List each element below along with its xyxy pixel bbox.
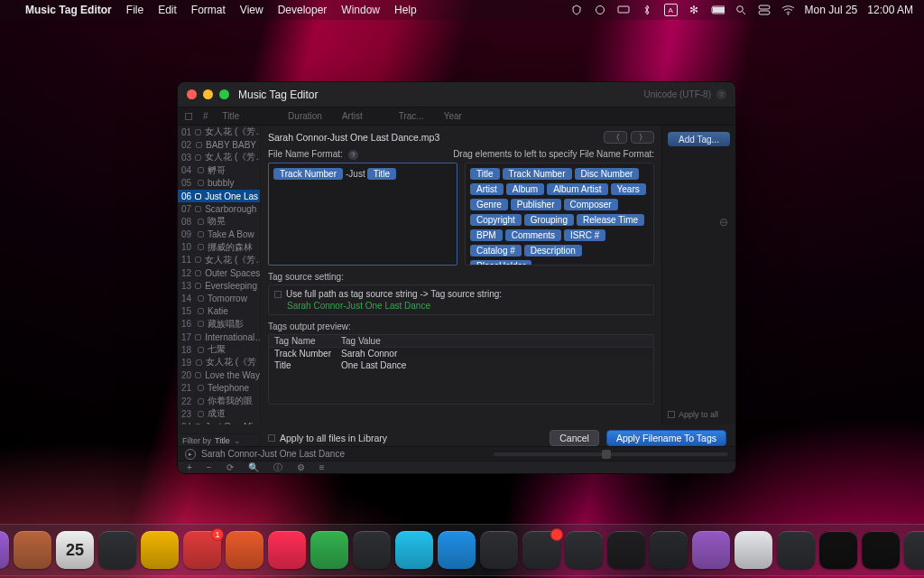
available-tag[interactable]: BPM bbox=[470, 229, 503, 241]
dock-app[interactable] bbox=[98, 531, 136, 569]
reload-icon[interactable]: ⟳ bbox=[226, 462, 234, 472]
use-full-path-checkbox[interactable] bbox=[274, 291, 282, 298]
minimize-window-button[interactable] bbox=[203, 89, 213, 99]
dock-app[interactable] bbox=[353, 531, 391, 569]
format-builder-box[interactable]: Track Number-JustTitle bbox=[268, 163, 457, 266]
playback-scrubber[interactable] bbox=[494, 452, 728, 456]
search-icon[interactable] bbox=[735, 4, 748, 16]
remove-icon[interactable]: − bbox=[207, 462, 212, 472]
visibility-toggle[interactable] bbox=[195, 193, 201, 200]
close-window-button[interactable] bbox=[187, 89, 197, 99]
col-trac[interactable]: Trac... bbox=[399, 111, 424, 121]
prev-file-button[interactable]: 〈 bbox=[604, 131, 627, 144]
fan-icon[interactable]: ✻ bbox=[688, 4, 701, 16]
apply-filename-button[interactable]: Apply Filename To Tags bbox=[606, 430, 726, 446]
dock-app[interactable] bbox=[565, 531, 603, 569]
filter-mode[interactable]: Title bbox=[215, 436, 230, 445]
visibility-toggle[interactable] bbox=[198, 231, 204, 238]
visibility-toggle[interactable] bbox=[195, 154, 201, 161]
available-tag[interactable]: Track Number bbox=[503, 168, 572, 180]
visibility-toggle[interactable] bbox=[198, 321, 204, 327]
visibility-toggle[interactable] bbox=[198, 411, 204, 417]
dock-app[interactable] bbox=[438, 531, 476, 569]
dock-app[interactable] bbox=[141, 531, 179, 569]
available-tag[interactable]: PlaceHolder bbox=[470, 260, 531, 266]
track-row[interactable]: 23成道 bbox=[178, 407, 260, 420]
menu-window[interactable]: Window bbox=[341, 4, 380, 16]
visibility-toggle[interactable] bbox=[198, 244, 204, 250]
track-row[interactable]: 07Scarborough bbox=[178, 202, 260, 215]
available-tag[interactable]: ISRC # bbox=[564, 229, 605, 241]
track-row[interactable]: 11女人花 (《芳… bbox=[178, 254, 260, 266]
search-icon[interactable]: 🔍 bbox=[248, 462, 259, 472]
wifi-icon[interactable] bbox=[781, 4, 795, 16]
col-artist[interactable]: Artist bbox=[342, 111, 363, 121]
visibility-toggle[interactable] bbox=[195, 256, 201, 263]
dock-app[interactable] bbox=[226, 531, 263, 569]
visibility-toggle[interactable] bbox=[198, 295, 204, 302]
visibility-toggle[interactable] bbox=[195, 206, 201, 212]
available-tag[interactable]: Artist bbox=[470, 183, 504, 195]
col-year[interactable]: Year bbox=[444, 111, 462, 121]
track-row[interactable]: 16藏族唱影 bbox=[178, 318, 260, 331]
dock-app[interactable] bbox=[692, 531, 730, 569]
available-tag[interactable]: Publisher bbox=[511, 199, 561, 210]
info-icon[interactable]: ⓘ bbox=[273, 461, 282, 474]
track-row[interactable]: 10挪威的森林 bbox=[178, 241, 260, 254]
track-row[interactable]: 22你着我的眼 bbox=[178, 395, 260, 407]
visibility-toggle[interactable] bbox=[198, 398, 204, 405]
apply-to-all-checkbox[interactable] bbox=[668, 411, 675, 418]
track-row[interactable]: 04孵哥 bbox=[178, 164, 260, 177]
add-icon[interactable]: + bbox=[187, 462, 192, 472]
available-tag[interactable]: Album Artist bbox=[547, 183, 607, 195]
zoom-window-button[interactable] bbox=[219, 89, 229, 99]
dock-app[interactable] bbox=[480, 531, 518, 569]
dock-app[interactable] bbox=[777, 531, 815, 569]
bluetooth-icon[interactable] bbox=[641, 4, 654, 16]
visibility-toggle[interactable] bbox=[198, 347, 204, 353]
visibility-toggle[interactable] bbox=[195, 270, 201, 276]
track-row[interactable]: 15Katie bbox=[178, 305, 260, 318]
track-row[interactable]: 19女人花 (《芳 bbox=[178, 356, 260, 368]
format-help-icon[interactable]: ? bbox=[348, 150, 358, 160]
available-tag[interactable]: Comments bbox=[505, 229, 561, 241]
dock-app[interactable]: 25 bbox=[56, 531, 94, 569]
filter-chevron-icon[interactable]: ⌄ bbox=[234, 436, 241, 445]
display-icon[interactable] bbox=[617, 4, 631, 16]
visibility-toggle[interactable] bbox=[195, 334, 201, 340]
available-tag[interactable]: Disc Number bbox=[575, 168, 640, 180]
dock-app[interactable] bbox=[862, 531, 900, 569]
encoding-dropdown[interactable]: Unicode (UTF-8) bbox=[644, 89, 711, 99]
available-tag[interactable]: Years bbox=[611, 183, 646, 195]
visibility-toggle[interactable] bbox=[195, 129, 201, 135]
track-list[interactable]: 01女人花 (《芳…02BABY BABY03女人花 (《芳…04孵哥05bub… bbox=[178, 126, 261, 424]
menu-file[interactable]: File bbox=[126, 4, 143, 16]
dock-app[interactable] bbox=[310, 531, 348, 569]
add-tag-button[interactable]: Add Tag... bbox=[668, 132, 730, 146]
available-tag[interactable]: Catalog # bbox=[470, 245, 522, 256]
preview-col-value[interactable]: Tag Value bbox=[341, 336, 653, 346]
track-row[interactable]: 14Tomorrow bbox=[178, 292, 260, 304]
track-row[interactable]: 06Just One Las bbox=[178, 190, 260, 202]
visibility-toggle[interactable] bbox=[198, 385, 204, 391]
visibility-toggle[interactable] bbox=[195, 372, 201, 378]
available-tags-box[interactable]: TitleTrack NumberDisc NumberArtistAlbumA… bbox=[465, 163, 654, 266]
visibility-toggle[interactable] bbox=[198, 219, 204, 225]
available-tag[interactable]: Album bbox=[506, 183, 544, 195]
col-num[interactable]: # bbox=[203, 111, 208, 121]
dock-app[interactable] bbox=[268, 531, 306, 569]
track-row[interactable]: 21Telephone bbox=[178, 382, 260, 395]
list-icon[interactable]: ≡ bbox=[319, 462, 325, 472]
available-tag[interactable]: Release Time bbox=[577, 214, 644, 226]
dock-app[interactable] bbox=[735, 531, 772, 569]
play-button[interactable]: ▸ bbox=[185, 449, 196, 460]
col-title[interactable]: Title bbox=[223, 111, 240, 121]
next-file-button[interactable]: 〉 bbox=[631, 131, 654, 144]
track-row[interactable]: 17International… bbox=[178, 331, 260, 343]
titlebar[interactable]: Music Tag Editor Unicode (UTF-8) ? bbox=[178, 82, 735, 107]
settings-icon[interactable]: ⚙ bbox=[297, 462, 305, 472]
track-row[interactable]: 13Eversleeping bbox=[178, 279, 260, 292]
apply-all-library-checkbox[interactable] bbox=[268, 434, 275, 442]
dock-app[interactable] bbox=[0, 531, 9, 569]
menu-edit[interactable]: Edit bbox=[158, 4, 177, 16]
